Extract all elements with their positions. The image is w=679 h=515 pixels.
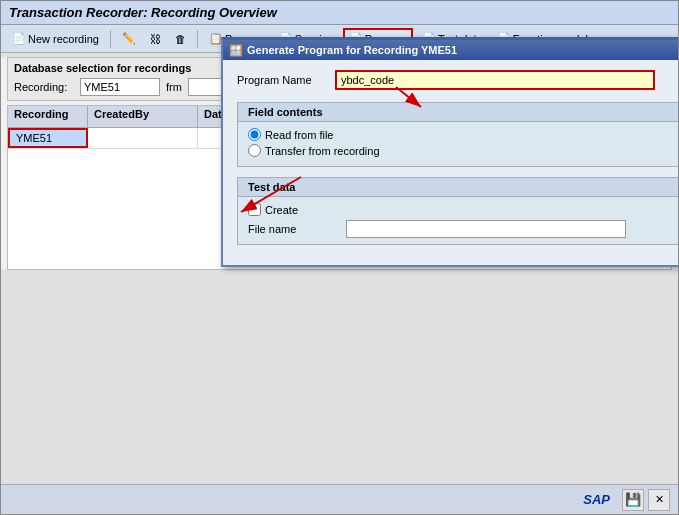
file-name-input[interactable] [346, 220, 626, 238]
radio-transfer-input[interactable] [248, 144, 261, 157]
save-button[interactable]: 💾 [622, 489, 644, 511]
program-name-row: Program Name [237, 70, 679, 90]
main-area: Database selection for recordings Record… [1, 57, 678, 270]
field-contents-title: Field contents [238, 103, 679, 122]
file-name-row: File name [248, 220, 679, 238]
test-data-title: Test data [238, 178, 679, 197]
radio-transfer-label: Transfer from recording [265, 145, 380, 157]
radio-transfer-from-recording[interactable]: Transfer from recording [248, 144, 679, 157]
recording-label: Recording: [14, 81, 74, 93]
toolbar-sep-1 [110, 30, 111, 48]
close-icon: ✕ [655, 493, 664, 506]
dialog-body: Program Name Field contents Read from fi… [223, 60, 679, 265]
program-name-label: Program Name [237, 74, 327, 86]
cell-createdby [88, 128, 198, 148]
dialog-title: Generate Program for Recording YME51 [247, 44, 457, 56]
generate-program-dialog: 🪟 Generate Program for Recording YME51 ×… [221, 37, 679, 267]
save-icon: 💾 [625, 492, 641, 507]
title-bar: Transaction Recorder: Recording Overview [1, 1, 678, 25]
frm-label: frm [166, 81, 182, 93]
program-name-input[interactable] [335, 70, 655, 90]
cell-recording[interactable]: YME51 [8, 128, 88, 148]
toolbar-sep-2 [197, 30, 198, 48]
delete-icon: 🗑 [175, 33, 186, 45]
test-data-section: Test data Create File name [237, 177, 679, 245]
radio-read-from-file-label: Read from file [265, 129, 333, 141]
radio-read-from-file-input[interactable] [248, 128, 261, 141]
new-recording-icon: 📄 [12, 32, 26, 45]
toolbar-delete[interactable]: 🗑 [170, 30, 191, 48]
sap-logo: SAP [583, 492, 610, 507]
toolbar-link[interactable]: ⛓ [145, 30, 166, 48]
link-icon: ⛓ [150, 33, 161, 45]
bottom-bar: SAP 💾 ✕ [1, 484, 678, 514]
toolbar-edit[interactable]: ✏️ [117, 29, 141, 48]
radio-read-from-file[interactable]: Read from file [248, 128, 679, 141]
create-label: Create [265, 204, 298, 216]
create-checkbox-row[interactable]: Create [248, 203, 679, 216]
field-contents-section: Field contents Read from file Transfer f… [237, 102, 679, 167]
recording-input[interactable] [80, 78, 160, 96]
toolbar-new-recording[interactable]: 📄 New recording [7, 29, 104, 48]
edit-icon: ✏️ [122, 32, 136, 45]
dialog-titlebar: 🪟 Generate Program for Recording YME51 × [223, 40, 679, 60]
create-checkbox[interactable] [248, 203, 261, 216]
page-title: Transaction Recorder: Recording Overview [9, 5, 277, 20]
new-recording-label: New recording [28, 33, 99, 45]
close-button[interactable]: ✕ [648, 489, 670, 511]
file-name-label: File name [248, 223, 338, 235]
col-recording: Recording [8, 106, 88, 127]
col-createdby: CreatedBy [88, 106, 198, 127]
dialog-title-icon: 🪟 [229, 44, 243, 57]
